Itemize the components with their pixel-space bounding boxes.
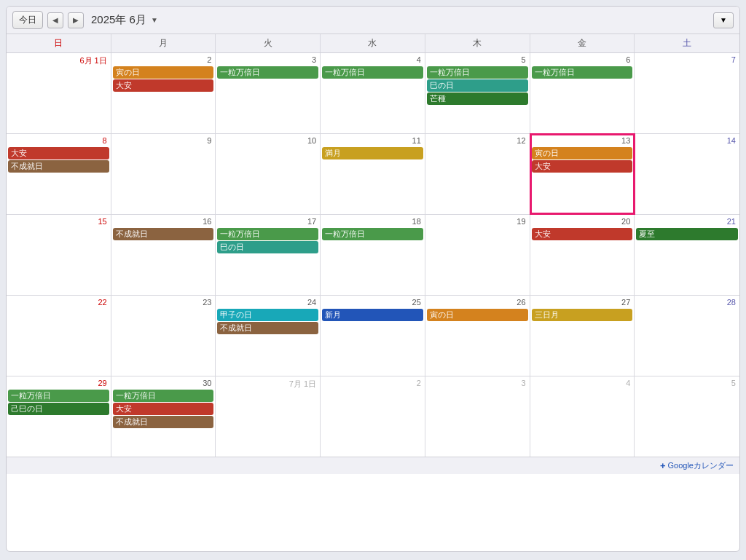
calendar-event[interactable]: 一粒万倍日 bbox=[427, 66, 528, 79]
day-cell[interactable]: 16不成就日 bbox=[111, 215, 216, 295]
day-header-日: 日 bbox=[7, 34, 111, 52]
day-number: 9 bbox=[113, 135, 214, 146]
day-cell[interactable]: 13寅の日大安 bbox=[530, 134, 635, 214]
day-cell[interactable]: 2寅の日大安 bbox=[111, 53, 216, 133]
calendar-event[interactable]: 巳の日 bbox=[427, 79, 528, 92]
day-cell[interactable]: 8大安不成就日 bbox=[7, 134, 111, 214]
calendar-event[interactable]: 大安 bbox=[113, 403, 214, 415]
view-select[interactable]: ▼ bbox=[713, 12, 734, 28]
week-row: 222324甲子の日不成就日25新月26寅の日27三日月28 bbox=[7, 296, 739, 376]
calendar-event[interactable]: 一粒万倍日 bbox=[322, 66, 423, 79]
day-cell[interactable]: 4一粒万倍日 bbox=[321, 53, 425, 133]
day-number: 15 bbox=[8, 216, 109, 227]
day-number: 13 bbox=[532, 135, 633, 146]
day-cell[interactable]: 28 bbox=[635, 296, 739, 376]
calendar-event[interactable]: 寅の日 bbox=[427, 309, 528, 321]
day-cell[interactable]: 19 bbox=[425, 215, 530, 295]
calendar-event[interactable]: 甲子の日 bbox=[217, 309, 318, 321]
day-number: 7月 1日 bbox=[217, 378, 318, 391]
calendar-event[interactable]: 新月 bbox=[322, 309, 423, 321]
day-cell[interactable]: 6一粒万倍日 bbox=[530, 53, 635, 133]
day-cell[interactable]: 20大安 bbox=[530, 215, 635, 295]
day-header-木: 木 bbox=[425, 34, 530, 52]
day-number: 27 bbox=[532, 297, 633, 308]
calendar-event[interactable]: 一粒万倍日 bbox=[322, 228, 423, 240]
day-number: 14 bbox=[636, 135, 738, 146]
calendar-grid: 日月火水木金土 6月 1日2寅の日大安3一粒万倍日4一粒万倍日5一粒万倍日巳の日… bbox=[7, 34, 739, 457]
calendar-event[interactable]: 巳の日 bbox=[217, 241, 318, 253]
calendar-event[interactable]: 大安 bbox=[113, 79, 214, 92]
day-cell[interactable]: 30一粒万倍日大安不成就日 bbox=[111, 376, 216, 457]
calendar-event[interactable]: 夏至 bbox=[636, 228, 738, 240]
day-number: 24 bbox=[217, 297, 318, 308]
day-cell[interactable]: 26寅の日 bbox=[425, 296, 530, 376]
calendar-event[interactable]: 己巳の日 bbox=[8, 403, 109, 415]
day-number: 18 bbox=[322, 216, 423, 227]
day-number: 4 bbox=[532, 378, 633, 389]
day-number: 3 bbox=[217, 55, 318, 66]
month-dropdown-arrow[interactable]: ▼ bbox=[151, 16, 158, 24]
calendar-event[interactable]: 一粒万倍日 bbox=[217, 66, 318, 79]
prev-button[interactable]: ◀ bbox=[47, 12, 63, 28]
day-cell[interactable]: 11満月 bbox=[321, 134, 425, 214]
toolbar: 今日 ◀ ▶ 2025年 6月 ▼ ▼ bbox=[7, 7, 739, 34]
day-cell[interactable]: 27三日月 bbox=[530, 296, 635, 376]
day-number: 2 bbox=[113, 55, 214, 66]
month-title: 2025年 6月 bbox=[91, 13, 146, 27]
calendar-event[interactable]: 大安 bbox=[532, 228, 633, 240]
day-cell[interactable]: 24甲子の日不成就日 bbox=[216, 296, 321, 376]
day-cell[interactable]: 7月 1日 bbox=[216, 376, 321, 457]
day-headers: 日月火水木金土 bbox=[7, 34, 739, 53]
day-cell[interactable]: 23 bbox=[111, 296, 216, 376]
calendar-event[interactable]: 大安 bbox=[8, 147, 109, 159]
day-number: 5 bbox=[427, 55, 528, 66]
day-number: 8 bbox=[8, 135, 109, 146]
day-number: 7 bbox=[636, 55, 738, 66]
day-cell[interactable]: 22 bbox=[7, 296, 111, 376]
next-button[interactable]: ▶ bbox=[68, 12, 84, 28]
calendar-event[interactable]: 不成就日 bbox=[113, 228, 214, 240]
calendar-event[interactable]: 一粒万倍日 bbox=[217, 228, 318, 240]
day-cell[interactable]: 9 bbox=[111, 134, 216, 214]
calendar-event[interactable]: 一粒万倍日 bbox=[532, 66, 633, 79]
day-cell[interactable]: 17一粒万倍日巳の日 bbox=[216, 215, 321, 295]
day-number: 22 bbox=[8, 297, 109, 308]
day-cell[interactable]: 2 bbox=[321, 376, 425, 457]
google-calendar-link[interactable]: + Googleカレンダー bbox=[660, 460, 734, 471]
day-cell[interactable]: 7 bbox=[635, 53, 739, 133]
day-cell[interactable]: 14 bbox=[635, 134, 739, 214]
calendar-event[interactable]: 一粒万倍日 bbox=[113, 390, 214, 402]
calendar-event[interactable]: 大安 bbox=[532, 160, 633, 173]
day-cell[interactable]: 25新月 bbox=[321, 296, 425, 376]
week-row: 29一粒万倍日己巳の日30一粒万倍日大安不成就日7月 1日2345 bbox=[7, 376, 739, 457]
day-cell[interactable]: 10 bbox=[216, 134, 321, 214]
day-cell[interactable]: 3一粒万倍日 bbox=[216, 53, 321, 133]
calendar-event[interactable]: 寅の日 bbox=[532, 147, 633, 159]
calendar-event[interactable]: 満月 bbox=[322, 147, 423, 159]
calendar-event[interactable]: 寅の日 bbox=[113, 66, 214, 79]
day-number: 28 bbox=[636, 297, 738, 308]
calendar-event[interactable]: 不成就日 bbox=[113, 416, 214, 428]
day-number: 4 bbox=[322, 55, 423, 66]
day-cell[interactable]: 21夏至 bbox=[635, 215, 739, 295]
day-cell[interactable]: 6月 1日 bbox=[7, 53, 111, 133]
day-cell[interactable]: 4 bbox=[530, 376, 635, 457]
day-cell[interactable]: 12 bbox=[425, 134, 530, 214]
day-cell[interactable]: 5 bbox=[635, 376, 739, 457]
day-cell[interactable]: 3 bbox=[425, 376, 530, 457]
day-cell[interactable]: 18一粒万倍日 bbox=[321, 215, 425, 295]
day-number: 29 bbox=[8, 378, 109, 389]
day-cell[interactable]: 15 bbox=[7, 215, 111, 295]
calendar-event[interactable]: 不成就日 bbox=[8, 160, 109, 173]
calendar-event[interactable]: 芒種 bbox=[427, 92, 528, 105]
day-cell[interactable]: 29一粒万倍日己巳の日 bbox=[7, 376, 111, 457]
day-header-水: 水 bbox=[321, 34, 425, 52]
today-button[interactable]: 今日 bbox=[12, 11, 43, 29]
calendar-event[interactable]: 不成就日 bbox=[217, 322, 318, 334]
day-cell[interactable]: 5一粒万倍日巳の日芒種 bbox=[425, 53, 530, 133]
calendar-container: 今日 ◀ ▶ 2025年 6月 ▼ ▼ 日月火水木金土 6月 1日2寅の日大安3… bbox=[6, 6, 740, 552]
calendar-event[interactable]: 三日月 bbox=[532, 309, 633, 321]
calendar-event[interactable]: 一粒万倍日 bbox=[8, 390, 109, 402]
day-header-月: 月 bbox=[111, 34, 216, 52]
day-number: 10 bbox=[217, 135, 318, 146]
